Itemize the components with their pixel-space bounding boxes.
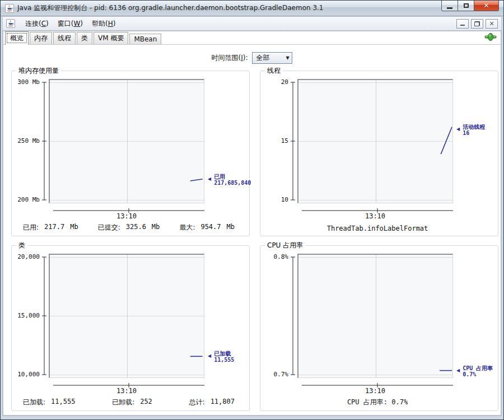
- internal-restore-button[interactable]: [471, 19, 483, 29]
- y-axis: [290, 79, 296, 203]
- y-axis-tick-label: 300 Mb: [13, 78, 40, 86]
- series-annotation: ◀已用217,685,840: [208, 174, 251, 186]
- y-axis-tick-label: 10,000: [13, 371, 40, 378]
- connection-status-icon: [484, 32, 497, 43]
- chart-title: CPU 占用率: [265, 241, 305, 250]
- maximize-button[interactable]: [458, 1, 474, 11]
- stat-item: 最大:954.7Mb: [179, 223, 235, 232]
- plot-area: [49, 254, 204, 378]
- frame-body: 连接(C) 窗口(W) 帮助(H) ✕ 概览内存线程类VM 概要MBean: [1, 16, 503, 419]
- y-axis-tick-label: 0.7%: [262, 371, 288, 378]
- y-axis-tick-label: 15: [262, 137, 288, 144]
- restore-icon: [474, 21, 480, 26]
- tab-概览[interactable]: 概览: [5, 31, 29, 45]
- menu-item-help[interactable]: 帮助(H): [87, 17, 120, 30]
- menu-item-window[interactable]: 窗口(W): [53, 17, 87, 30]
- java-app-icon: [5, 4, 14, 13]
- minimize-icon: [447, 7, 452, 9]
- menu-item-connect[interactable]: 连接(C): [21, 17, 53, 30]
- y-axis-tick-label: 20,000: [13, 253, 40, 260]
- stat-value: 325.6: [126, 223, 146, 232]
- title-bar[interactable]: Java 监视和管理控制台 - pid: 6136 org.gradle.lau…: [1, 1, 503, 16]
- tab-bar: 概览内存线程类VM 概要MBean: [3, 31, 501, 45]
- y-axis-tick-label: 200 Mb: [13, 196, 40, 203]
- y-axis-tick-label: 10: [262, 196, 288, 203]
- stat-unit: Mb: [227, 223, 235, 232]
- stat-item: 已用:217.7Mb: [23, 223, 78, 232]
- x-axis-tick-label: 13:10: [49, 387, 204, 395]
- stat-item: 已提交:325.6Mb: [98, 223, 160, 232]
- annotation-text: 已用217,685,840: [214, 174, 251, 186]
- close-icon: ✕: [483, 2, 489, 10]
- chart-title: 线程: [265, 66, 283, 76]
- main-window: Java 监视和管理控制台 - pid: 6136 org.gradle.lau…: [0, 0, 504, 420]
- y-axis-tick-label: 0.8%: [262, 253, 288, 260]
- stat-value: 11,807: [211, 398, 235, 407]
- chart-stats-row: 已用:217.7Mb已提交:325.6Mb最大:954.7Mb: [12, 223, 249, 232]
- stat-unit: Mb: [70, 223, 78, 232]
- time-range-combobox[interactable]: 全部 ▼: [252, 52, 292, 64]
- tab-线程[interactable]: 线程: [53, 32, 76, 44]
- y-axis-tick-label: 250 Mb: [13, 137, 40, 144]
- chart-stats-text: CPU 占用率: 0.7%: [260, 398, 498, 407]
- series-line: [50, 255, 204, 377]
- stat-item: 已卸载:252: [112, 398, 152, 407]
- chevron-down-icon: ▼: [283, 53, 292, 63]
- window-controls: ✕: [441, 1, 499, 11]
- stat-label: 已用:: [23, 223, 39, 232]
- chart-title: 堆内存使用量: [16, 66, 61, 76]
- threads-chart-panel: 线程201510◀活动线程1613:10ThreadTab.infoLabelF…: [260, 71, 498, 236]
- arrow-left-icon: ◀: [208, 353, 211, 359]
- window-title: Java 监视和管理控制台 - pid: 6136 org.gradle.lau…: [17, 3, 324, 13]
- stat-item: 总计:11,807: [189, 398, 235, 407]
- time-range-value: 全部: [253, 53, 283, 63]
- charts-grid: 堆内存使用量300 Mb250 Mb200 Mb◀已用217,685,84013…: [3, 71, 501, 411]
- plot-area: [49, 79, 204, 203]
- y-axis: [290, 254, 296, 378]
- java-toolbar-icon[interactable]: [6, 19, 15, 28]
- internal-minimize-button[interactable]: [456, 19, 469, 29]
- stat-label: 总计:: [189, 398, 205, 407]
- tab-类[interactable]: 类: [77, 32, 92, 44]
- tab-vm-概要[interactable]: VM 概要: [94, 32, 128, 44]
- annotation-text: 已加载11,555: [214, 351, 234, 363]
- stat-value: 954.7: [200, 223, 221, 232]
- tab-mbean[interactable]: MBean: [129, 34, 161, 44]
- stat-item: 已加载:11,555: [23, 398, 75, 407]
- arrow-left-icon: ◀: [456, 368, 460, 374]
- stat-unit: Mb: [152, 223, 160, 232]
- series-annotation: ◀CPU 占用率0.7%: [456, 365, 493, 377]
- menu-bar: 连接(C) 窗口(W) 帮助(H) ✕: [2, 16, 502, 31]
- tab-内存[interactable]: 内存: [30, 32, 52, 44]
- minimize-button[interactable]: [441, 1, 458, 11]
- internal-close-button[interactable]: ✕: [486, 19, 498, 29]
- annotation-text: CPU 占用率0.7%: [463, 365, 493, 377]
- x-axis-tick-label: 13:10: [297, 387, 453, 395]
- close-button[interactable]: ✕: [474, 1, 499, 11]
- plot-area: [297, 254, 453, 378]
- stat-value: 252: [140, 398, 152, 407]
- y-axis: [41, 254, 48, 378]
- series-line: [50, 80, 204, 203]
- x-axis-tick-label: 13:10: [49, 212, 204, 220]
- y-axis-tick-label: 15,000: [13, 312, 40, 319]
- series-annotation: ◀活动线程16: [456, 124, 485, 136]
- java-cup-glyph: [7, 20, 14, 27]
- chart-title: 类: [16, 241, 27, 250]
- stat-value: 11,555: [51, 398, 75, 407]
- time-range-row: 时间范围(I): 全部 ▼: [3, 52, 501, 64]
- overview-content: 时间范围(I): 全部 ▼ 堆内存使用量300 Mb250 Mb200 Mb◀已…: [3, 45, 501, 415]
- plot-area: [297, 79, 453, 203]
- arrow-left-icon: ◀: [208, 176, 211, 182]
- internal-frame-controls: ✕: [456, 19, 498, 29]
- x-axis-tick-label: 13:10: [297, 212, 453, 220]
- classes-chart-panel: 类20,00015,00010,000◀已加载11,55513:10已加载:11…: [11, 245, 250, 411]
- stat-value: 217.7: [44, 223, 64, 232]
- cpu-usage-chart-panel: CPU 占用率0.8%0.7%◀CPU 占用率0.7%13:10CPU 占用率:…: [260, 245, 498, 411]
- maximize-icon: [464, 3, 469, 8]
- y-axis-tick-label: 20: [262, 78, 288, 86]
- series-line: [298, 80, 452, 203]
- series-line: [298, 255, 452, 377]
- chart-stats-text: ThreadTab.infoLabelFormat: [260, 225, 498, 232]
- java-cup-glyph: [6, 5, 13, 12]
